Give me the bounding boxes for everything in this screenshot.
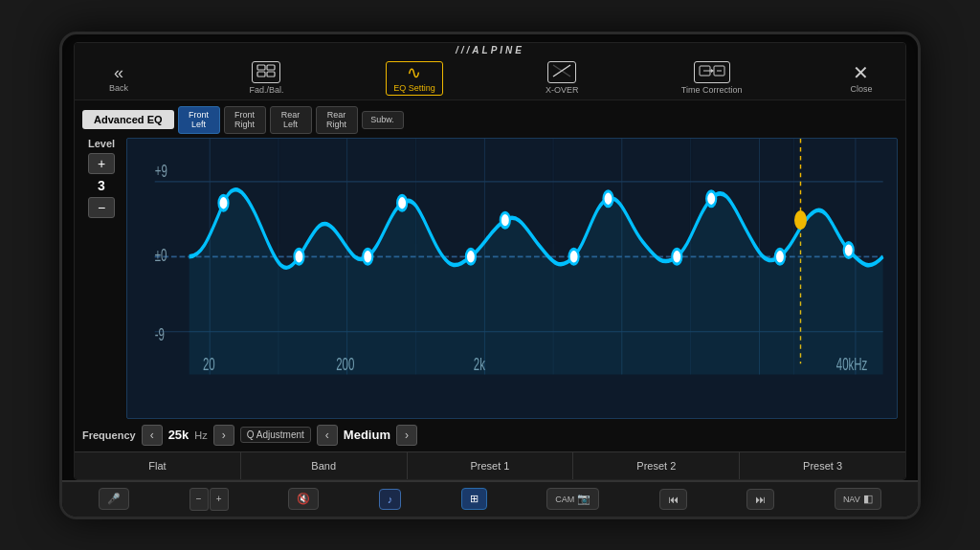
device-frame: ///ALPINE « Back Fad./Bal. xyxy=(59,32,921,519)
svg-point-45 xyxy=(844,243,854,258)
xover-icon xyxy=(547,61,576,83)
prev-icon: ⏮ xyxy=(668,494,679,505)
svg-rect-2 xyxy=(257,72,265,77)
svg-point-36 xyxy=(397,195,407,210)
screen: ///ALPINE « Back Fad./Bal. xyxy=(74,42,906,480)
time-correction-icon xyxy=(694,61,730,83)
svg-point-41 xyxy=(672,250,681,265)
nav-fad-label: Fad./Bal. xyxy=(249,85,283,95)
eq-graph[interactable]: +9 ±0 -9 20 200 2k 40kHz xyxy=(126,138,898,418)
frequency-row: Frequency ‹ 25k Hz › Q Adjustment ‹ Medi… xyxy=(82,423,898,448)
svg-point-42 xyxy=(706,191,716,207)
music-button[interactable]: ♪ xyxy=(379,489,402,510)
eq-icon: ∿ xyxy=(407,64,421,81)
svg-point-38 xyxy=(501,212,510,228)
q-adjustment-label: Q Adjustment xyxy=(240,427,311,443)
close-icon: ✕ xyxy=(853,63,869,82)
q-prev-button[interactable]: ‹ xyxy=(317,425,338,446)
eq-area: Level + 3 − xyxy=(82,138,898,418)
nav-label-text: NAV xyxy=(843,495,860,504)
nav-xover[interactable]: X-OVER xyxy=(533,61,590,95)
cam-icon: 📷 xyxy=(577,493,590,505)
mic-button[interactable]: 🎤 xyxy=(99,488,129,510)
mute-icon: 🔇 xyxy=(297,493,310,505)
svg-rect-1 xyxy=(267,65,275,70)
prev-button[interactable]: ⏮ xyxy=(659,489,687,510)
level-control: Level + 3 − xyxy=(82,138,121,418)
preset-1-button[interactable]: Preset 1 xyxy=(408,452,574,479)
frequency-label: Frequency xyxy=(82,429,136,441)
svg-point-35 xyxy=(363,250,372,265)
nav-time-correction[interactable]: Time Correction xyxy=(681,61,743,95)
content-area: Advanced EQ FrontLeft FrontRight RearLef… xyxy=(75,100,905,479)
mic-icon: 🎤 xyxy=(107,493,121,505)
brand-logo: ///ALPINE xyxy=(456,45,524,55)
svg-point-43 xyxy=(775,250,785,265)
svg-text:±0: ±0 xyxy=(155,245,167,264)
volume-minus-button[interactable]: − xyxy=(189,488,209,511)
nav-time-label: Time Correction xyxy=(681,85,743,95)
bottom-controls: 🎤 − + 🔇 ♪ ⊞ CAM 📷 ⏮ ⏭ NAV ◧ xyxy=(62,480,918,517)
level-plus-button[interactable]: + xyxy=(88,153,115,174)
next-icon: ⏭ xyxy=(755,494,766,505)
frequency-value: 25k xyxy=(168,428,189,442)
menu-button[interactable]: ⊞ xyxy=(461,488,487,510)
frequency-prev-button[interactable]: ‹ xyxy=(142,425,163,446)
preset-3-button[interactable]: Preset 3 xyxy=(740,452,905,479)
channel-front-right[interactable]: FrontRight xyxy=(224,106,266,135)
preset-row: Flat Band Preset 1 Preset 2 Preset 3 xyxy=(75,451,905,479)
brand-bar: ///ALPINE xyxy=(75,43,905,57)
nav-close[interactable]: ✕ Close xyxy=(833,63,890,94)
channel-rear-left[interactable]: RearLeft xyxy=(270,106,312,135)
svg-point-34 xyxy=(294,250,303,265)
svg-point-40 xyxy=(603,191,612,207)
nav-eq-setting[interactable]: ∿ EQ Setting xyxy=(386,61,443,96)
volume-plus-button[interactable]: + xyxy=(210,488,229,511)
svg-point-44 xyxy=(795,211,806,229)
fad-bal-icon xyxy=(252,61,280,83)
svg-rect-3 xyxy=(267,72,275,77)
svg-text:-9: -9 xyxy=(155,324,165,343)
frequency-unit: Hz xyxy=(194,429,207,441)
q-next-button[interactable]: › xyxy=(396,425,417,446)
nav-eq-label: EQ Setting xyxy=(393,83,435,93)
nav-back-label: Back xyxy=(109,83,128,93)
level-minus-button[interactable]: − xyxy=(88,197,115,218)
channel-front-left[interactable]: FrontLeft xyxy=(178,106,220,135)
volume-group: − + xyxy=(189,488,229,511)
level-label: Level xyxy=(88,138,115,149)
q-value: Medium xyxy=(344,428,390,442)
channel-rear-right[interactable]: RearRight xyxy=(316,106,358,135)
svg-point-37 xyxy=(466,250,476,265)
svg-point-33 xyxy=(218,195,228,210)
back-icon: « xyxy=(114,64,123,81)
cam-label: CAM xyxy=(555,495,574,504)
menu-icon: ⊞ xyxy=(470,493,479,505)
nav-xover-label: X-OVER xyxy=(546,85,579,95)
channel-row: Advanced EQ FrontLeft FrontRight RearLef… xyxy=(82,106,898,135)
nav-icon: ◧ xyxy=(863,493,873,505)
mute-button[interactable]: 🔇 xyxy=(288,488,319,510)
next-button[interactable]: ⏭ xyxy=(746,489,774,510)
nav-close-label: Close xyxy=(850,84,872,94)
frequency-next-button[interactable]: › xyxy=(213,425,234,446)
top-nav: « Back Fad./Bal. ∿ EQ Setting xyxy=(75,57,905,100)
level-value: 3 xyxy=(98,178,105,193)
channel-subw[interactable]: Subw. xyxy=(362,111,404,129)
nav-fad-bal[interactable]: Fad./Bal. xyxy=(237,61,295,95)
preset-band-button[interactable]: Band xyxy=(241,452,408,479)
music-icon: ♪ xyxy=(388,494,393,505)
preset-2-button[interactable]: Preset 2 xyxy=(573,452,740,479)
svg-text:+9: +9 xyxy=(155,162,167,181)
preset-flat-button[interactable]: Flat xyxy=(75,452,241,479)
svg-rect-0 xyxy=(257,65,265,70)
nav-back[interactable]: « Back xyxy=(90,64,147,93)
nav-button[interactable]: NAV ◧ xyxy=(835,488,881,510)
cam-button[interactable]: CAM 📷 xyxy=(546,488,599,510)
svg-point-39 xyxy=(569,250,579,265)
advanced-eq-button[interactable]: Advanced EQ xyxy=(82,110,174,129)
